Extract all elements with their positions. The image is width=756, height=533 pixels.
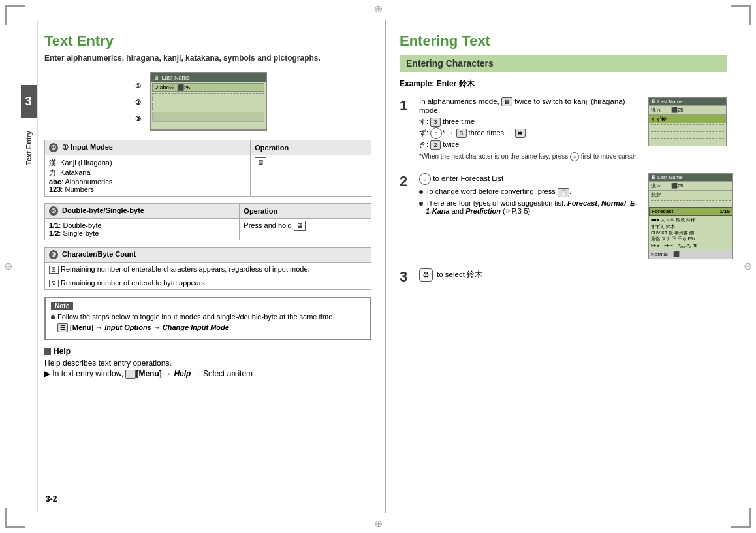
circle-1: ① xyxy=(49,143,58,152)
step-1-row: 1 In alphanumerics mode, 🖥 twice to swit… xyxy=(400,97,727,164)
help-icon xyxy=(44,348,51,355)
table3-header: ③ Character/Byte Count xyxy=(45,248,371,263)
center-bottom-mark: ⊕ xyxy=(374,519,383,529)
note-bullet-2: ☰ [Menu] → Input Options → Change Input … xyxy=(51,323,365,332)
table2-row1-label: 1/1: Double-byte1/2: Single-byte xyxy=(45,219,240,240)
double-byte-table: ② Double-byte/Single-byte Operation 1/1:… xyxy=(44,203,371,240)
help-link: ▶ In text entry window, ☰[Menu] → Help →… xyxy=(44,369,371,379)
example-text: Example: Enter 鈴木 xyxy=(400,78,727,89)
center-top-mark: ⊕ xyxy=(374,4,383,14)
step-1-content: In alphanumerics mode, 🖥 twice to switch… xyxy=(419,97,642,164)
step-1-dashed-1 xyxy=(651,124,724,131)
step-1-sub1: す: 3 three time xyxy=(419,117,642,127)
step-2-device-row2: 北北 xyxy=(649,190,732,199)
step-2-dashed-1 xyxy=(651,200,731,206)
step-2-row: 2 ○ to enter Forecast List To change wor… xyxy=(400,173,727,259)
step-2-content: ○ to enter Forecast List To change word … xyxy=(419,173,642,218)
step-2-bullet-2: There are four types of word suggestion … xyxy=(419,199,642,216)
step-2-forecast-row: Forecast 1/19 xyxy=(649,207,732,216)
step-3-row: 3 ⚙ to select 鈴木 xyxy=(400,268,727,284)
step-3-content: ⚙ to select 鈴木 xyxy=(419,268,727,282)
device-header: 🖥 Last Name xyxy=(151,73,266,82)
device-input-row: ✓abc½ ⬛25 xyxy=(152,83,264,92)
step-1-mini-device: 🖥 Last Name 漢½ ⬛25 すず鈴 xyxy=(648,97,727,146)
step-2-bullet-1: To change word before converting, press … xyxy=(419,187,642,197)
step-2-footer: Normal ⬛ xyxy=(649,250,732,259)
step-1-device-row1: 漢½ ⬛25 xyxy=(649,105,726,114)
step-3-label: to select 鈴木 xyxy=(437,270,482,280)
right-panel: Entering Text Entering Characters Exampl… xyxy=(386,20,736,513)
left-title: Text Entry xyxy=(44,33,371,50)
table1-col2: Operation xyxy=(251,140,371,155)
right-title: Entering Text xyxy=(400,33,727,50)
step-1-number: 1 xyxy=(400,99,413,113)
step-2-device-row1: 漢½ ⬛25 xyxy=(649,181,732,190)
help-section: Help Help describes text entry operation… xyxy=(44,347,371,379)
left-panel: Text Entry Enter alphanumerics, hiragana… xyxy=(38,20,385,513)
input-modes-table: ① ① Input Modes Operation 漢: Kanji (Hira… xyxy=(44,140,371,197)
step-1-note: *When the next character is on the same … xyxy=(419,152,642,161)
table3-row1: 🖹 Remaining number of enterable characte… xyxy=(45,263,371,276)
left-subtitle: Enter alphanumerics, hiragana, kanji, ka… xyxy=(44,54,371,63)
chapter-tab: 3 Text Entry xyxy=(20,20,38,513)
device-header-title: Last Name xyxy=(162,74,191,81)
note-header: Note xyxy=(51,302,73,310)
table1-col1: ① ① Input Modes xyxy=(45,140,251,155)
note-bullet-1: Follow the steps below to toggle input m… xyxy=(51,313,365,321)
step-2-grid: ■■■ 人々木 鈴城 鈴祥 すずえ 鈴木 SUVIKT 鏡 泰州書 細 溶侶 ス… xyxy=(649,216,732,250)
device-diagram-area: ① ② ③ 🖥 Last Name ✓abc½ xyxy=(44,72,371,131)
char-byte-count-table: ③ Character/Byte Count 🖹 Remaining numbe… xyxy=(44,247,371,290)
step-3-icon: ⚙ xyxy=(419,268,433,282)
device-input-count: ⬛25 xyxy=(177,84,191,91)
step-2-number: 2 xyxy=(400,174,413,189)
device-input-label: ✓abc½ xyxy=(155,84,174,91)
step-1-device-row2: すず鈴 xyxy=(649,114,726,123)
step-1-sub2: ず: ○* → 3 three times → ✱ xyxy=(419,127,642,139)
step-1-device: 🖥 Last Name 漢½ ⬛25 すず鈴 xyxy=(648,97,727,146)
step-1-dashed-3 xyxy=(651,138,724,145)
step-1-text: In alphanumerics mode, 🖥 twice to switch… xyxy=(419,97,642,114)
device-screen: 🖥 Last Name ✓abc½ ⬛25 xyxy=(150,72,267,131)
step-1-device-header: 🖥 Last Name xyxy=(649,98,726,105)
center-right-mark: ⊕ xyxy=(744,261,752,272)
step-1-dashed-2 xyxy=(651,131,724,138)
table1-row1-op: 🖥 xyxy=(251,155,371,197)
device-header-icon: 🖥 xyxy=(153,74,159,81)
chapter-number: 3 xyxy=(21,85,37,118)
entering-characters-header: Entering Characters xyxy=(400,55,727,72)
center-left-mark: ⊕ xyxy=(4,261,12,272)
step-3-number: 3 xyxy=(400,270,413,284)
table2-col2: Operation xyxy=(240,204,371,219)
table2-col1: ② Double-byte/Single-byte xyxy=(45,204,240,219)
step-2-text: ○ to enter Forecast List xyxy=(419,173,642,185)
table2-row1-op: Press and hold 🖥 xyxy=(240,219,371,240)
table1-row1-label: 漢: Kanji (Hiragana)力: Katakanaabc: Alpha… xyxy=(45,155,251,197)
step-2-device: 🖥 Last Name 漢½ ⬛25 北北 Forecast 1/19 ■■■ … xyxy=(648,173,727,259)
chapter-label: Text Entry xyxy=(25,131,33,165)
help-title: Help xyxy=(44,347,371,356)
step-1-sub3: き: 2 twice xyxy=(419,140,642,150)
step-3-text: ⚙ to select 鈴木 xyxy=(419,268,727,282)
note-box: Note Follow the steps below to toggle in… xyxy=(44,297,371,340)
steps-container: 1 In alphanumerics mode, 🖥 twice to swit… xyxy=(400,97,727,284)
table3-row2: 🖻 Remaining number of enterable byte app… xyxy=(45,276,371,290)
step-2-mini-device: 🖥 Last Name 漢½ ⬛25 北北 Forecast 1/19 ■■■ … xyxy=(648,173,733,259)
step-2-device-header: 🖥 Last Name xyxy=(649,174,732,181)
help-description: Help describes text entry operations. xyxy=(44,359,371,368)
page-number: 3-2 xyxy=(46,494,57,504)
